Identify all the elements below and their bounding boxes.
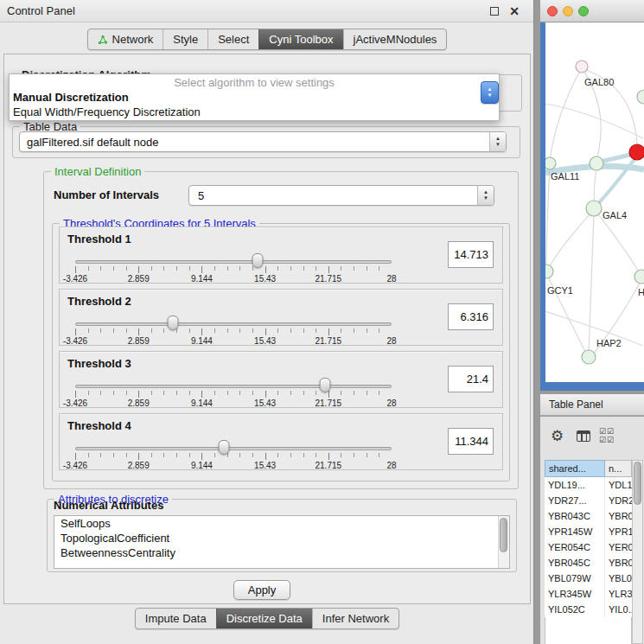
float-window-icon[interactable] bbox=[490, 7, 499, 16]
table-cell[interactable]: YPR1... bbox=[605, 524, 632, 539]
scrollbar-thumb[interactable] bbox=[500, 518, 507, 552]
table-cell[interactable]: YBR043C bbox=[545, 508, 605, 524]
slider-thumb[interactable] bbox=[320, 378, 331, 392]
threshold-slider[interactable]: -3.426 2.859 9.144 15.43 21.715 28 bbox=[75, 250, 392, 284]
tab-impute-data[interactable]: Impute Data bbox=[136, 609, 216, 628]
column-header[interactable]: n... bbox=[605, 460, 632, 477]
network-node[interactable] bbox=[637, 90, 644, 104]
combo-down-icon: ▼ bbox=[495, 142, 501, 149]
table-cell[interactable]: YBL0... bbox=[605, 571, 632, 586]
scale-label: 21.715 bbox=[316, 336, 342, 346]
scale-label: 9.144 bbox=[191, 274, 213, 284]
network-node[interactable] bbox=[545, 265, 553, 278]
network-node[interactable] bbox=[582, 350, 596, 364]
apply-button[interactable]: Apply bbox=[233, 580, 290, 600]
table-cell[interactable]: YIL0... bbox=[605, 602, 632, 617]
network-node[interactable] bbox=[576, 61, 588, 73]
network-icon bbox=[98, 35, 108, 45]
traffic-light-close-button[interactable] bbox=[547, 6, 558, 16]
table-row: YIL052CYIL0... bbox=[545, 602, 632, 617]
table-cell[interactable]: YBR0... bbox=[605, 555, 632, 571]
table-cell[interactable]: YIL052C bbox=[545, 602, 605, 617]
algorithm-combobox-stepper[interactable]: ▲ ▼ bbox=[481, 81, 499, 104]
tab-network[interactable]: Network bbox=[88, 29, 163, 49]
traffic-light-zoom-button[interactable] bbox=[578, 6, 589, 16]
close-icon[interactable]: ✕ bbox=[509, 3, 520, 19]
number-of-intervals-combobox[interactable]: 5 ▲ ▼ bbox=[188, 185, 494, 206]
slider-thumb[interactable] bbox=[168, 316, 179, 330]
checkbox-icon[interactable]: ☑ bbox=[607, 427, 615, 436]
slider-track[interactable] bbox=[75, 385, 392, 388]
table-cell[interactable]: YDR2... bbox=[605, 493, 632, 508]
table-cell[interactable]: YBR045C bbox=[545, 555, 605, 571]
selected-network-node[interactable] bbox=[629, 144, 644, 160]
table-row: YDL19...YDL1... bbox=[545, 477, 632, 493]
table-cell[interactable]: YDL1... bbox=[605, 477, 632, 493]
list-scrollbar[interactable] bbox=[498, 516, 509, 568]
combo-stepper[interactable]: ▲ ▼ bbox=[489, 132, 506, 151]
columns-icon[interactable] bbox=[577, 430, 590, 442]
dropdown-option[interactable]: Manual Discretization bbox=[10, 90, 499, 105]
slider-track[interactable] bbox=[75, 447, 392, 450]
combo-down-icon: ▼ bbox=[488, 92, 493, 99]
gear-icon[interactable]: ⚙ bbox=[551, 427, 564, 445]
scrollbar-thumb[interactable] bbox=[634, 462, 641, 505]
column-header[interactable]: shared... bbox=[545, 460, 605, 477]
tab-cyni-toolbox[interactable]: Cyni Toolbox bbox=[258, 29, 342, 49]
threshold-value-input[interactable] bbox=[448, 366, 494, 392]
tab-jactivemnodules[interactable]: jActiveMNodules bbox=[343, 29, 447, 49]
network-node[interactable] bbox=[586, 201, 602, 216]
network-node[interactable] bbox=[545, 157, 556, 169]
column-visibility-checkboxes[interactable]: ☑☑☑☑ bbox=[599, 427, 623, 444]
table-cell[interactable]: YDL19... bbox=[545, 477, 605, 493]
list-item[interactable]: TopologicalCoefficient bbox=[54, 531, 509, 545]
slider-thumb[interactable] bbox=[252, 253, 264, 268]
table-cell[interactable]: YDR27... bbox=[545, 493, 605, 508]
node-label: GAL11 bbox=[551, 171, 579, 182]
node-label: HAP2 bbox=[596, 338, 622, 348]
threshold-panel: Threshold 3 -3.426 2.859 9.144 15.43 21.… bbox=[59, 351, 503, 408]
algorithm-dropdown-popup: Select algorithm to view settings Manual… bbox=[9, 73, 500, 121]
table-data-combobox[interactable]: galFiltered.sif default node ▲ ▼ bbox=[19, 131, 507, 152]
network-canvas[interactable]: GAL80 GAL11 GAL4 GCY1 HAP2 H bbox=[545, 22, 644, 382]
table-cell[interactable]: YPR145W bbox=[545, 524, 605, 539]
threshold-value-input[interactable] bbox=[448, 241, 494, 268]
list-item[interactable]: SelfLoops bbox=[54, 516, 509, 531]
slider-track[interactable] bbox=[75, 322, 392, 326]
tab-style[interactable]: Style bbox=[163, 29, 207, 49]
tab-select[interactable]: Select bbox=[207, 29, 258, 49]
threshold-slider[interactable]: -3.426 2.859 9.144 15.43 21.715 28 bbox=[75, 374, 392, 409]
threshold-slider[interactable]: -3.426 2.859 9.144 15.43 21.715 28 bbox=[75, 312, 392, 347]
threshold-slider[interactable]: -3.426 2.859 9.144 15.43 21.715 28 bbox=[75, 437, 392, 471]
checkbox-icon[interactable]: ☑ bbox=[599, 436, 607, 444]
table-row: YBR043CYBR0... bbox=[545, 508, 632, 524]
tab-discretize-data[interactable]: Discretize Data bbox=[216, 609, 312, 628]
tab-label: Cyni Toolbox bbox=[269, 33, 333, 46]
checkbox-icon[interactable]: ☑ bbox=[599, 427, 607, 436]
slider-thumb[interactable] bbox=[219, 440, 230, 455]
dropdown-option[interactable]: Equal Width/Frequency Discretization bbox=[10, 105, 499, 119]
table-cell[interactable]: YBR0... bbox=[605, 508, 632, 524]
scale-label: 28 bbox=[386, 399, 396, 408]
scale-label: -3.426 bbox=[63, 461, 87, 470]
table-cell[interactable]: YLR3... bbox=[605, 586, 632, 602]
bottom-tab-bar: Impute Data Discretize Data Infer Networ… bbox=[0, 608, 534, 629]
table-header-row: shared... n... bbox=[545, 460, 632, 477]
checkbox-icon[interactable]: ☑ bbox=[607, 436, 615, 444]
threshold-value-input[interactable] bbox=[448, 303, 494, 330]
traffic-light-minimize-button[interactable] bbox=[563, 6, 573, 16]
node-table: shared... n... YDL19...YDL1... YDR27...Y… bbox=[545, 460, 632, 617]
threshold-value-input[interactable] bbox=[448, 428, 494, 455]
combo-stepper[interactable]: ▲ ▼ bbox=[477, 186, 494, 205]
tab-infer-network[interactable]: Infer Network bbox=[312, 609, 399, 628]
network-node[interactable] bbox=[590, 156, 603, 170]
table-cell[interactable]: YLR345W bbox=[545, 586, 605, 602]
slider-major-ticks bbox=[75, 328, 392, 335]
table-cell[interactable]: YBL079W bbox=[545, 571, 605, 586]
network-node[interactable] bbox=[634, 270, 644, 284]
table-cell[interactable]: YER054C bbox=[545, 539, 605, 555]
table-scrollbar[interactable] bbox=[632, 460, 643, 644]
table-cell[interactable]: YER0... bbox=[605, 539, 632, 555]
list-item[interactable]: BetweennessCentrality bbox=[54, 545, 509, 560]
slider-track[interactable] bbox=[75, 260, 392, 264]
